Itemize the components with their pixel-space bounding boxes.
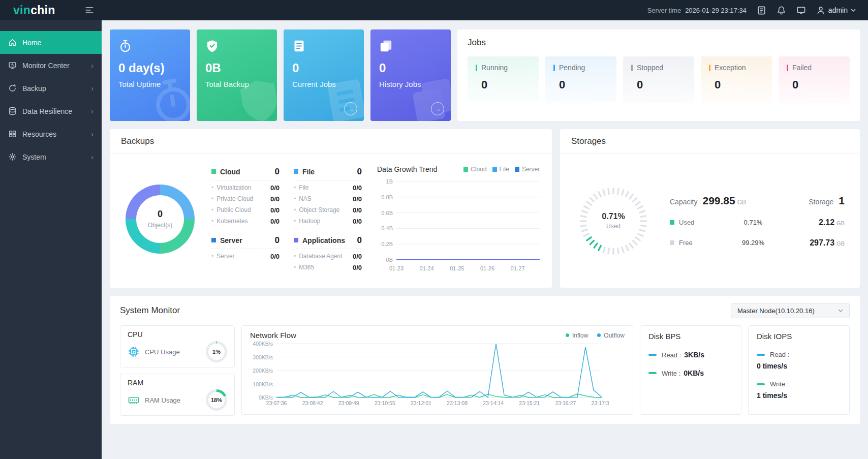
- read-value: 0 times/s: [757, 362, 841, 370]
- legend-inflow[interactable]: Inflow: [566, 332, 588, 339]
- read-label: Read :: [662, 351, 681, 359]
- disk-iops-write-row: Write : 1 times/s: [757, 380, 841, 400]
- notification-bell-icon[interactable]: [777, 6, 786, 15]
- donut-label: Object(s): [148, 222, 173, 229]
- storage-row-percent: 99.29%: [708, 239, 798, 247]
- svg-text:23:14:14: 23:14:14: [483, 400, 504, 406]
- sidebar-item-label: Data Resilience: [22, 107, 91, 115]
- job-status-value: 0: [792, 78, 842, 91]
- backups-legend-col-2: File0 File0/0 NAS0/0 Object Storage0/0 H…: [294, 167, 362, 271]
- svg-text:200KB/s: 200KB/s: [253, 368, 273, 374]
- backup-group-file: File0 File0/0 NAS0/0 Object Storage0/0 H…: [294, 167, 362, 225]
- disk-iops-title: Disk IOPS: [757, 332, 841, 341]
- system-gear-icon: [8, 152, 17, 161]
- backup-subitem: Hadoop0/0: [294, 218, 362, 225]
- group-label: Applications: [302, 236, 345, 244]
- stat-label: History Jobs: [379, 80, 442, 88]
- subitem-label: File: [299, 184, 308, 191]
- console-monitor-icon[interactable]: [796, 6, 806, 15]
- data-resilience-icon: [8, 107, 17, 115]
- trend-legend-item[interactable]: Cloud: [463, 166, 486, 173]
- svg-text:0.8B: 0.8B: [381, 194, 393, 200]
- legend-square: [670, 240, 674, 245]
- job-status-value: 0: [715, 78, 764, 91]
- job-status-value: 0: [481, 78, 531, 91]
- sidebar-item-resources[interactable]: Resources: [0, 123, 102, 145]
- network-flow-title: Network Flow: [250, 331, 296, 340]
- sidebar-item-backup[interactable]: Backup: [0, 77, 102, 100]
- svg-text:1B: 1B: [386, 178, 393, 185]
- job-status-pending[interactable]: Pending 0: [545, 56, 616, 103]
- subitem-label: Kubernetes: [216, 218, 247, 225]
- backups-body: 0 Object(s) Cloud0 Virtualization0/0 Pri…: [110, 154, 552, 288]
- ram-memory-icon: [128, 394, 140, 406]
- chevron-right-icon: [91, 61, 94, 70]
- svg-text:01-25: 01-25: [450, 265, 464, 271]
- storage-info: Capacity 299.85 GB Storage 1 Used 0.71% …: [670, 195, 845, 248]
- sidebar-item-data-resilience[interactable]: Data Resilience: [0, 100, 102, 123]
- cpu-usage-ring: 1%: [206, 341, 227, 362]
- disk-bps-read-row: Read : 3KB/s: [648, 351, 733, 359]
- sidebar-item-monitor-center[interactable]: Monitor Center: [0, 54, 102, 77]
- stat-value: 0: [292, 61, 355, 75]
- legend-square: [294, 238, 298, 242]
- ram-title: RAM: [128, 379, 227, 387]
- storage-count-label: Storage: [809, 198, 833, 206]
- legend-label: Server: [522, 166, 540, 173]
- status-bar: [709, 65, 710, 71]
- stats-row: 0 day(s) Total Uptime 0B Total Backup 0 …: [110, 29, 860, 121]
- subitem-value: 0/0: [353, 218, 362, 225]
- svg-text:400KB/s: 400KB/s: [253, 341, 273, 347]
- collapse-menu-icon[interactable]: [84, 5, 95, 15]
- chevron-down-icon: [838, 309, 843, 312]
- legend-square: [463, 167, 468, 172]
- chevron-down-icon: [851, 9, 856, 12]
- svg-text:23:16:27: 23:16:27: [555, 400, 576, 406]
- svg-text:23:17:31: 23:17:31: [592, 400, 609, 406]
- trend-legend-item[interactable]: File: [492, 166, 509, 173]
- storage-row-unit: GB: [836, 220, 845, 226]
- main-content: 0 day(s) Total Uptime 0B Total Backup 0 …: [102, 20, 868, 459]
- job-status-running[interactable]: Running 0: [468, 56, 539, 103]
- report-icon[interactable]: [757, 6, 766, 15]
- storage-count-block: Storage 1: [809, 195, 845, 207]
- subitem-label: Virtualization: [216, 184, 251, 191]
- storage-row-percent: 0.71%: [708, 219, 798, 226]
- sidebar-item-home[interactable]: Home: [0, 31, 102, 54]
- middle-row: Backups 0 Object(s) Cloud0 Virtualizatio…: [110, 129, 860, 288]
- stat-card-current-jobs[interactable]: 0 Current Jobs →: [284, 29, 364, 121]
- storages-panel: Storages 0.71% Used Capacity 299.85 GB: [560, 129, 860, 288]
- group-value: 0: [357, 167, 362, 177]
- sidebar-item-system[interactable]: System: [0, 145, 102, 168]
- subitem-label: Hadoop: [299, 218, 320, 225]
- gauge-label: Used: [606, 223, 621, 230]
- legend-square: [492, 167, 497, 172]
- job-status-label: Running: [481, 64, 508, 72]
- subitem-value: 0/0: [353, 195, 362, 203]
- disk-iops-read-row: Read : 0 times/s: [757, 351, 841, 370]
- storage-row-value: 297.73: [810, 238, 834, 247]
- server-time-value: 2026-01-29 23:17:34: [685, 7, 747, 14]
- user-menu[interactable]: admin: [816, 6, 856, 15]
- history-jobs-arrow-button[interactable]: →: [431, 102, 444, 115]
- gauge-percent: 0.71%: [602, 212, 625, 221]
- legend-square: [211, 238, 216, 242]
- node-selector[interactable]: Master Node(10.10.20.16): [731, 303, 850, 318]
- trend-legend-item[interactable]: Server: [515, 166, 540, 173]
- cpu-card: CPU CPU Usage 1%: [120, 325, 235, 368]
- status-bar: [787, 65, 788, 71]
- subitem-value: 0/0: [270, 206, 280, 214]
- inflow-label: Inflow: [572, 332, 588, 339]
- vinchin-logo: vinchin: [0, 4, 84, 17]
- job-status-failed[interactable]: Failed 0: [779, 56, 850, 103]
- job-status-exception[interactable]: Exception 0: [701, 56, 772, 103]
- subitem-label: Object Storage: [299, 206, 339, 213]
- job-status-stopped[interactable]: Stopped 0: [623, 56, 694, 103]
- subitem-value: 0/0: [353, 264, 362, 271]
- subitem-value: 0/0: [353, 206, 362, 214]
- stat-card-history-jobs[interactable]: 0 History Jobs →: [370, 29, 451, 121]
- svg-text:0.6B: 0.6B: [381, 210, 393, 216]
- stat-card-total-backup: 0B Total Backup: [197, 29, 277, 121]
- current-jobs-arrow-button[interactable]: →: [344, 102, 357, 115]
- legend-outflow[interactable]: Outflow: [597, 332, 625, 339]
